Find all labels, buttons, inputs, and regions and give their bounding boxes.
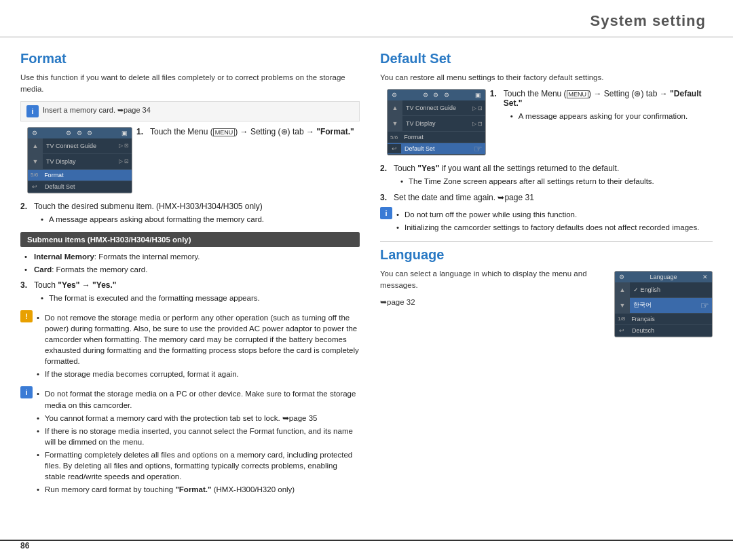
default-row-4-label: Default Set [401,143,474,154]
default-info-content: Do not turn off the power while using th… [396,206,699,235]
language-text-block: You can select a language in which to di… [380,268,601,314]
menu-page-num: 5/6 [28,172,41,178]
info-bullet-2: You cannot format a memory card with the… [37,413,360,424]
page-header: System setting [0,0,733,37]
menu-row-2: ▼ TV Display ▷ ⊡ [28,154,132,170]
page-number: 86 [20,541,29,550]
menu-row-2-label: TV Display [43,156,119,167]
lang-hand-icon: ☞ [700,300,712,311]
step1-content: Touch the Menu (MENU) → Setting (⊛) tab … [150,127,354,136]
default-menu-battery: ▣ [475,92,481,98]
menu-row-1: ▲ TV Connect Guide ▷ ⊡ [28,138,132,154]
info-bullet-5: Run memory card format by touching "Form… [37,484,360,495]
menu-back-btn: ↩ [28,182,41,191]
info-content: Do not format the storage media on a PC … [37,386,360,497]
format-step2: 2. Touch the desired submenu item. (HMX-… [20,202,360,227]
info-note: i Do not format the storage media on a P… [20,386,360,497]
lang-title-text: Language [650,274,677,280]
default-step1-container: 1. Touch the Menu (MENU) → Setting (⊛) t… [490,89,709,124]
warning-icon: ! [20,310,33,322]
language-menu-image: ⚙ Language ✕ ▲ ✓ English ▼ 한국어 ☞ 1/8 [614,271,713,337]
step1-number: 1. [136,127,146,136]
lang-row-3: 1/8 Français [615,314,712,325]
lang-row-selected: ▼ 한국어 ☞ [615,298,712,314]
info-bullet-3: If there is no storage media inserted, y… [37,426,360,447]
language-content-row: You can select a language in which to di… [380,268,713,337]
default-row-3-label: Format [400,132,485,143]
step2-text: Touch the desired submenu item. (HMX-H30… [34,202,360,211]
menu-row-3-selected: 5/6 Format [28,170,132,181]
default-step3: 3. Set the date and time again. ➥page 31 [380,193,713,202]
step1-container: 1. Touch the Menu (MENU) → Setting (⊛) t… [136,127,354,136]
default-info-note: i Do not turn off the power while using … [380,206,713,235]
warning-bullets: Do not remove the storage media or perfo… [37,312,360,380]
menu-row-4: ↩ Default Set [28,181,132,193]
default-row-1-label: TV Connect Guide [402,102,472,113]
lang-back-btn: ↩ [615,326,628,335]
menu-row-1-icons: ▷ ⊡ [119,143,132,149]
step3-number: 3. [20,280,30,290]
right-column: Default Set You can restore all menu set… [380,51,713,550]
lang-up-btn: ▲ [615,282,630,297]
menu-row-4-label: Default Set [41,181,132,192]
menu-title-bar: ⚙ ⚙ ⚙ ⚙ ▣ [28,128,132,138]
lang-row-1-label: ✓ English [630,284,712,295]
menu-row-1-label: TV Connect Guide [43,141,119,151]
step3-bullets: The format is executed and the formattin… [34,293,360,303]
default-step1-bullet: A message appears asking for your confir… [510,111,709,122]
default-step2-bullets: The Time Zone screen appears after all s… [394,176,713,187]
setting-symbol: ⊛ [281,127,288,136]
default-step3-text: Set the date and time again. ➥page 31 [394,193,713,202]
default-step1-text: Touch the Menu (MENU) → Setting (⊛) tab … [504,89,709,108]
language-intro1: You can select a language in which to di… [380,268,601,292]
default-menu-title-bar: ⚙ ⚙ ⚙ ⚙ ▣ [388,90,485,100]
default-menu-gear: ⚙ [392,92,397,98]
lang-close-icon: ✕ [702,274,708,280]
default-row-1-icons: ▷ ⊡ [472,105,485,111]
page-title: System setting [590,12,707,29]
format-menu-image: ⚙ ⚙ ⚙ ⚙ ▣ ▲ TV Connect Guide ▷ ⊡ ▼ TV Di… [27,127,132,193]
default-step1-bold: "Default Set." [504,89,702,108]
info-note-icon: i [20,386,33,398]
default-info-icon: i [380,207,392,219]
default-menu-abbr: MENU [567,90,589,98]
menu-up-btn: ▲ [28,138,43,153]
main-content: Format Use this function if you want to … [0,37,733,557]
default-setting-symbol: ⊛ [634,89,641,98]
default-row-2-icons: ▷ ⊡ [472,121,485,127]
default-down-btn: ▼ [388,116,402,131]
default-up-btn: ▲ [388,100,402,115]
info-bullets: Do not format the storage media on a PC … [37,388,360,495]
step3-yes2: "Yes." [92,280,116,290]
warning-bullet-2: If the storage media becomes corrupted, … [37,369,360,379]
default-step1: ⚙ ⚙ ⚙ ⚙ ▣ ▲ TV Connect Guide ▷ ⊡ ▼ TV Di… [380,89,713,160]
step1-bold: "Format." [316,127,354,136]
default-step3-number: 3. [380,193,390,202]
left-column: Format Use this function if you want to … [20,51,360,550]
info-bullet-1: Do not format the storage media on a PC … [37,388,360,410]
default-info-bullet-2: Initializing the camcorder settings to f… [396,222,699,233]
default-step1-number: 1. [490,89,500,124]
default-info-bullet-1: Do not turn off the power while using th… [396,209,699,220]
insert-note-text: Insert a memory card. ➥page 34 [43,105,151,115]
menu-battery-icon: ▣ [121,130,128,136]
submenu-list: Internal Memory: Formats the internal me… [20,251,360,275]
default-row-3: 5/6 Format [388,132,485,143]
info-icon: i [26,105,39,117]
default-row-2-label: TV Display [402,118,472,129]
step2-bullet-1: A message appears asking about formattin… [41,214,360,225]
default-step1-content: Touch the Menu (MENU) → Setting (⊛) tab … [504,89,709,124]
default-row-1: ▲ TV Connect Guide ▷ ⊡ [388,100,485,116]
menu-title-text: ⚙ ⚙ ⚙ [66,130,92,136]
menu-down-btn: ▼ [28,154,43,169]
submenu-item-internal: Internal Memory: Formats the internal me… [24,251,360,262]
format-step1: ⚙ ⚙ ⚙ ⚙ ▣ ▲ TV Connect Guide ▷ ⊡ ▼ TV Di… [20,127,360,198]
step1-text: Touch the Menu (MENU) → Setting (⊛) tab … [150,127,354,136]
menu-abbr: MENU [213,128,236,136]
format-intro: Use this function if you want to delete … [20,72,360,96]
default-page-num: 5/6 [388,134,400,141]
submenu-item-card: Card: Formats the memory card. [24,264,360,275]
language-intro2: ➥page 32 [380,297,601,308]
step3-content: Touch "Yes" → "Yes." The format is execu… [34,280,360,305]
default-set-title: Default Set [380,51,713,67]
